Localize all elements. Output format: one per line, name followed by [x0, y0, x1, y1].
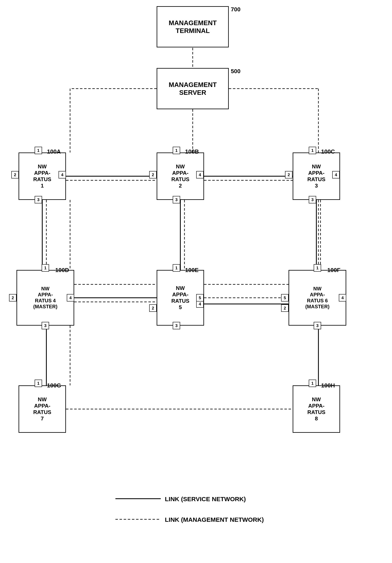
- port-100b-2: 2: [149, 171, 157, 179]
- port-100f-2: 2: [281, 304, 288, 312]
- legend-dashed-label: LINK (MANAGEMENT NETWORK): [165, 516, 264, 523]
- port-100e-3: 3: [173, 322, 180, 329]
- port-100a-4: 4: [59, 171, 66, 179]
- nw100c-label: 100C: [321, 148, 335, 155]
- port-100f-4: 4: [339, 294, 346, 302]
- nw100g-label: 100G: [47, 382, 61, 389]
- nw100h-label: 100H: [321, 382, 335, 389]
- management-server-label: 500: [231, 68, 240, 75]
- port-100e-2: 2: [149, 304, 157, 312]
- nw100d-label: 100D: [55, 267, 69, 273]
- port-100f-3: 3: [314, 322, 321, 329]
- port-100e-5: 5: [196, 294, 204, 302]
- port-100h-1: 1: [309, 380, 316, 387]
- nw100e-label: 100E: [185, 267, 198, 273]
- nw100a-label: 100A: [47, 148, 61, 155]
- port-100b-1: 1: [173, 147, 180, 154]
- legend-dashed: LINK (MANAGEMENT NETWORK): [165, 516, 264, 523]
- port-100c-2: 2: [285, 171, 292, 179]
- legend-solid-label: LINK (SERVICE NETWORK): [165, 496, 246, 503]
- nw100b-label: 100B: [185, 148, 199, 155]
- port-100g-1: 1: [35, 380, 42, 387]
- nw-apparatus-7-box: NW APPA- RATUS 7: [19, 385, 66, 433]
- port-100f-1: 1: [314, 264, 321, 272]
- nw-apparatus-4-box: NW APPA- RATUS 4 (MASTER): [16, 270, 74, 326]
- management-server-box: MANAGEMENT SERVER: [157, 68, 229, 109]
- port-100d-1: 1: [42, 264, 49, 272]
- port-100d-2: 2: [9, 294, 16, 302]
- management-terminal-label: 700: [231, 6, 240, 13]
- port-100b-3: 3: [173, 196, 180, 203]
- port-100e-1: 1: [173, 264, 180, 272]
- management-terminal-box: MANAGEMENT TERMINAL: [157, 6, 229, 47]
- nw-apparatus-6-box: NW APPA- RATUS 6 (MASTER): [288, 270, 346, 326]
- legend-solid: LINK (SERVICE NETWORK): [165, 496, 246, 503]
- nw-apparatus-8-box: NW APPA- RATUS 8: [293, 385, 340, 433]
- port-100c-3: 3: [309, 196, 316, 203]
- port-100a-2: 2: [11, 171, 19, 179]
- port-100f-5: 5: [281, 294, 288, 302]
- port-100c-1: 1: [309, 147, 316, 154]
- port-100a-3: 3: [35, 196, 42, 203]
- port-100a-1: 1: [35, 147, 42, 154]
- port-100d-3: 3: [42, 322, 49, 329]
- port-100c-4: 4: [332, 171, 340, 179]
- port-100d-4: 4: [67, 294, 74, 302]
- port-100b-4: 4: [196, 171, 204, 179]
- diagram-container: MANAGEMENT TERMINAL 700 MANAGEMENT SERVE…: [0, 0, 392, 563]
- nw100f-label: 100F: [327, 267, 340, 273]
